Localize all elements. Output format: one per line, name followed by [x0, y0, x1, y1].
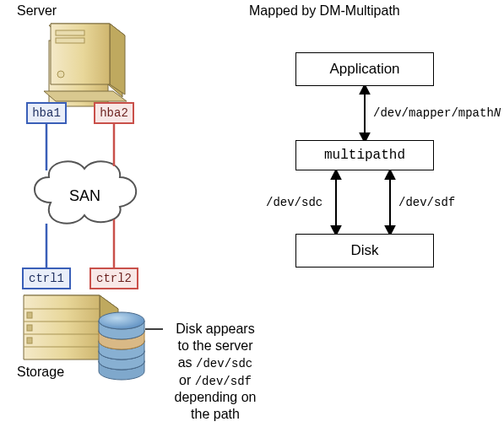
svg-rect-8: [56, 30, 84, 35]
disk-note-line3: as /dev/sdc: [165, 354, 266, 372]
disk-note-line5: depending on: [165, 389, 266, 406]
ctrl1-port: ctrl1: [22, 268, 71, 289]
disk-note-line2: to the server: [165, 338, 266, 354]
application-box: Application: [295, 52, 434, 86]
svg-marker-6: [110, 24, 125, 95]
dev-sdf-label: /dev/sdf: [398, 196, 455, 209]
disk-label: Disk: [350, 242, 378, 259]
svg-marker-13: [24, 295, 100, 359]
svg-rect-19: [27, 325, 32, 331]
disk-stack-icon: [99, 312, 144, 380]
disk-note-line6: the path: [165, 406, 266, 423]
multipathd-label: multipathd: [324, 148, 405, 163]
svg-rect-9: [56, 38, 84, 43]
hba1-port: hba1: [26, 102, 67, 124]
svg-point-10: [57, 71, 64, 78]
svg-rect-20: [27, 338, 32, 343]
mpath-device-label: /dev/mapper/mpathN: [373, 106, 501, 120]
mapped-title: Mapped by DM-Multipath: [249, 3, 400, 19]
disk-box: Disk: [295, 234, 434, 268]
hba2-port: hba2: [94, 102, 134, 124]
disk-note: Disk appears to the server as /dev/sdc o…: [165, 321, 266, 423]
svg-point-25: [99, 312, 144, 329]
application-label: Application: [329, 61, 399, 78]
multipathd-box: multipathd: [295, 140, 434, 170]
dev-sdc-label: /dev/sdc: [266, 196, 322, 209]
ctrl2-port: ctrl2: [89, 268, 138, 289]
disk-note-line1: Disk appears: [165, 321, 266, 338]
svg-rect-18: [27, 312, 32, 318]
svg-marker-4: [44, 91, 127, 101]
san-label: SAN: [69, 187, 100, 205]
storage-label: Storage: [17, 365, 64, 380]
disk-note-line4: or /dev/sdf: [165, 372, 266, 390]
